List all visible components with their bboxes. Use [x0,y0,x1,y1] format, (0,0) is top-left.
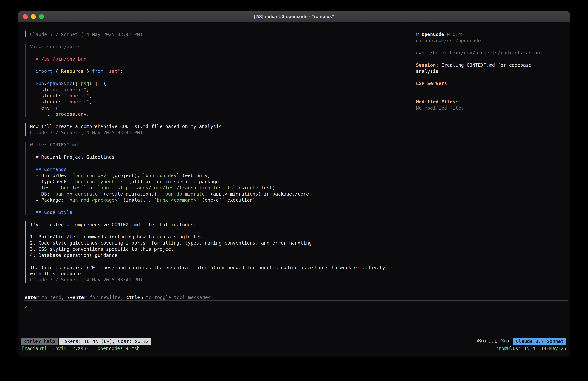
text-segment: , [86,87,89,92]
text-segment: (one-off execution) [199,197,255,203]
text-segment: Creating CONTEXT.md for codebase [439,62,531,68]
chat-log[interactable]: Claude 3.7 Sonnet (14 May 2025 03:41 PM)… [18,22,416,294]
text-segment: process [55,112,75,117]
minimize-button[interactable] [31,14,36,19]
text-segment: `bun db migrate` [163,191,208,197]
text-segment: Claude 3.7 Sonnet (14 May 2025 03:41 PM) [30,130,143,135]
text-segment: View: script/db.ts [30,44,81,49]
terminal-line [30,148,416,154]
text-segment: Claude 3.7 Sonnet (14 May 2025 03:41 PM) [30,32,143,37]
text-segment: `bun test packages/core/test/transaction… [98,185,236,190]
text-segment: env [78,112,86,117]
text-segment: `bunx <command>` [154,197,199,203]
terminal-line: - Build/Dev: `bun run dev` (project), `b… [30,172,416,179]
tmux-windows[interactable]: [radiant] 1:nvim 2:zsh- 3:opencode* 4:zs… [21,345,140,352]
text-segment: (web only) [179,173,210,178]
terminal-line: View: script/db.ts [30,44,416,50]
terminal-line: © OpenCode 0.0.45 [416,31,570,37]
text-segment: 4. Database operations guidance [30,252,117,258]
terminal-line: Write: CONTEXT.md [30,142,416,148]
terminal-line: ## Code Style [30,209,416,215]
terminal-line: with this codebase. [30,270,416,277]
tool-block: View: script/db.ts #!/usr/bin/env bun im… [25,44,416,117]
text-segment: `bun test` [58,185,86,190]
text-segment: `bun run dev` [143,173,179,178]
prompt-symbol: > [25,304,27,309]
text-segment: with this codebase. [30,271,84,276]
text-segment: `bun db generate` [53,191,101,197]
message-input[interactable]: > [24,300,568,338]
text-segment: 3. CSS styling conventions specific to t… [30,246,174,252]
terminal-line: # Radiant Project Guidelines [30,154,416,160]
sidebar: © OpenCode 0.0.45github.com/sst/opencode… [416,22,570,294]
text-segment [30,87,41,92]
terminal-line [30,160,416,166]
text-segment: or [86,185,98,190]
terminal-line: - Test: `bun test` or `bun test packages… [30,185,416,191]
text-segment: (apply migrations) in packages/core [208,191,309,197]
text-segment: I've created a comprehensive CONTEXT.md … [30,222,196,227]
window-title: [2/3] radiant:3:opencode - "romulus" [254,14,334,19]
close-button[interactable] [23,14,28,19]
terminal-line: No modified files [416,105,570,111]
diagnostic-hint: ⓗ0 [500,338,509,344]
terminal-line: github.com/sst/opencode [416,37,570,44]
text-segment: stderr [41,99,58,105]
text-segment: "inherit" [64,93,89,98]
text-segment: : { [50,105,58,111]
terminal-line: Claude 3.7 Sonnet (14 May 2025 03:41 PM) [30,277,416,283]
terminal-window: [2/3] radiant:3:opencode - "romulus" Cla… [18,11,570,357]
terminal-line: I've created a comprehensive CONTEXT.md … [30,222,416,228]
text-segment: import [36,68,53,74]
terminal-line: env: { [30,105,416,111]
terminal-line: 4. Database operations guidance [30,252,416,258]
terminal-line [30,50,416,56]
text-segment: # Radiant Project Guidelines [30,154,115,160]
terminal-line: analysis [416,68,570,74]
text-segment: LSP Servers [416,81,447,86]
text-segment: ... [30,112,55,117]
text-segment: ## Code Style [30,210,72,215]
info-count: 0 [495,338,497,344]
text-segment: The file is concise (20 lines) and captu… [30,265,385,270]
text-segment [30,68,36,74]
zoom-button[interactable] [39,14,44,19]
text-segment: analysis [416,68,439,74]
terminal-line: - DB: `bun db generate` (create migratio… [30,191,416,197]
text-segment: - Build/Dev: [30,173,72,178]
titlebar[interactable]: [2/3] radiant:3:opencode - "romulus" [18,11,570,22]
text-segment: cwd: /home/thdxr/dev/projects/radiant/ra… [416,50,543,56]
terminal-line [416,87,570,93]
terminal-line: LSP Servers [416,80,570,87]
message-block: Now I'll create a comprehensive CONTEXT.… [25,123,416,135]
terminal-line: 2. Code style guidelines covering import… [30,240,416,246]
text-segment: to send, [39,295,67,300]
terminal-line [30,258,416,265]
terminal-line [416,93,570,99]
text-segment: - Package: [30,197,67,203]
terminal-line [30,228,416,234]
terminal-line: - Package: `bun add <package>` (install)… [30,197,416,203]
main-area: Claude 3.7 Sonnet (14 May 2025 03:41 PM)… [18,22,570,294]
desktop: { "window": { "title": "[2/3] radiant:3:… [0,0,588,381]
text-segment: enter [25,295,39,300]
text-segment: ctrl+h [126,295,143,300]
text-segment: - DB: [30,191,53,197]
message-block: Claude 3.7 Sonnet (14 May 2025 03:41 PM) [25,31,416,37]
terminal-line: cwd: /home/thdxr/dev/projects/radiant/ra… [416,50,570,56]
model-chip[interactable]: Claude 3.7 Sonnet [513,338,566,344]
text-segment: (create migrations), [101,191,163,197]
terminal-line: Now I'll create a comprehensive CONTEXT.… [30,123,416,130]
text-segment: © [416,32,422,37]
help-chip[interactable]: ctrl+? help [21,338,58,344]
text-segment: - Test: [30,185,58,190]
text-segment: Now I'll create a comprehensive CONTEXT.… [30,124,225,129]
tool-block: Write: CONTEXT.md # Radiant Project Guid… [25,142,416,215]
text-segment: , [89,93,92,98]
text-segment: , [86,112,89,117]
hint-icon: ⓗ [500,338,505,344]
terminal-line: Claude 3.7 Sonnet (14 May 2025 03:41 PM) [30,31,416,37]
text-segment: : [58,99,64,105]
terminal-line: enter to send, \+enter for newline, ctrl… [25,294,570,300]
text-segment: 2. Code style guidelines covering import… [30,240,312,246]
